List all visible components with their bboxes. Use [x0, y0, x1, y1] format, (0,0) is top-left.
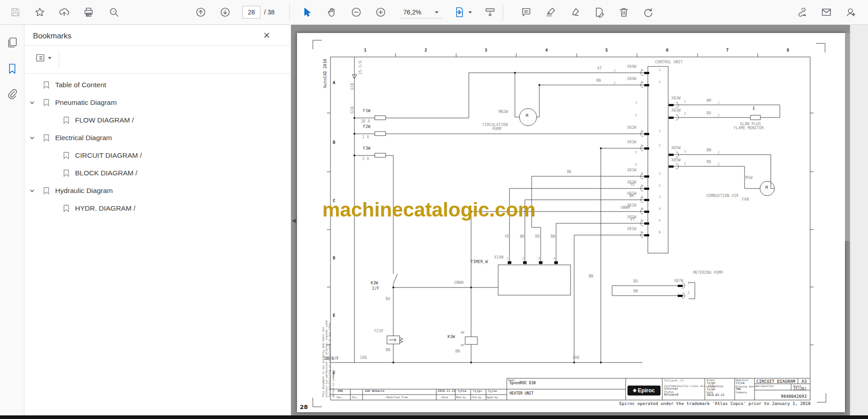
- comment-icon[interactable]: [520, 6, 533, 19]
- diagram-label: 2: [635, 163, 637, 166]
- page-number-label: 28: [300, 404, 308, 410]
- star-icon[interactable]: [33, 6, 46, 19]
- add-person-icon[interactable]: [844, 6, 857, 19]
- top-toolbar: / 38 76,2%: [0, 0, 868, 25]
- diagram-label: 2: [659, 184, 660, 188]
- diagram-label: YE: [630, 183, 635, 187]
- select-tool-icon[interactable]: [301, 6, 314, 19]
- bookmark-item-pneumatic-diagram[interactable]: Pneumatic Diagram: [24, 94, 291, 111]
- diagram-label: 6: [666, 48, 669, 52]
- footer-trademark: Epiroc operated under the trademark 'Atl…: [609, 401, 811, 406]
- bookmark-label: FLOW DIAGRAM /: [75, 116, 134, 124]
- bookmark-item-circuit-diagram[interactable]: CIRCUIT DIAGRAM /: [24, 146, 291, 164]
- bookmark-item-flow-diagram[interactable]: FLOW DIAGRAM /: [24, 111, 291, 129]
- diagram-label: Designation: [756, 385, 774, 387]
- zoom-level-dropdown[interactable]: 76,2%: [401, 6, 442, 19]
- page-number-input[interactable]: [242, 6, 260, 19]
- diagram-label: X01W: [627, 168, 636, 172]
- highlight-icon[interactable]: [544, 6, 557, 19]
- diagram-label: 9840042693: [781, 394, 807, 399]
- diagram-label: 1: [635, 151, 637, 154]
- diagram-label: X01W: [627, 227, 636, 231]
- bookmark-icon: [63, 205, 69, 212]
- bookmark-item-block-diagram[interactable]: BLOCK DIAGRAM /: [24, 164, 291, 182]
- document-viewport[interactable]: 12345678ABCDEFAutoCAD 2010G1BG1B15-1/AF1…: [292, 25, 868, 415]
- email-icon[interactable]: [820, 6, 833, 19]
- search-icon[interactable]: [108, 6, 120, 19]
- diagram-label: /: [613, 69, 616, 73]
- diagram-label: BU: [633, 279, 638, 283]
- share-cloud-icon[interactable]: [58, 6, 71, 19]
- diagram-label: BN: [589, 274, 593, 278]
- divider: [59, 51, 59, 69]
- panel-title: Bookmarks: [33, 32, 71, 41]
- hand-tool-icon[interactable]: [326, 6, 338, 19]
- diagram-label: 5: [659, 219, 660, 222]
- diagram-label: M: [765, 186, 768, 190]
- print-icon[interactable]: [82, 6, 95, 19]
- chevron-down-icon[interactable]: [29, 135, 35, 141]
- diagram-label: 5: [605, 48, 608, 52]
- diagram-label: 2 A: [362, 157, 369, 161]
- bookmark-item-hydr-diagram[interactable]: HYDR. DIAGRAM /: [24, 199, 291, 217]
- diagram-label: 3: [659, 196, 660, 199]
- bookmarks-icon[interactable]: [6, 63, 18, 75]
- attachments-icon[interactable]: [6, 88, 18, 100]
- diagram-label: BN: [707, 148, 711, 152]
- diagram-label: 2: [684, 162, 686, 165]
- diagram-label: BN: [551, 235, 555, 239]
- diagram-label: X03W: [671, 96, 680, 100]
- link-share-icon[interactable]: [796, 6, 808, 19]
- diagram-label: 1: [641, 172, 642, 175]
- divider: [24, 45, 291, 46]
- sign-icon[interactable]: [569, 6, 581, 19]
- epiroc-logo: Epiroc: [627, 386, 660, 395]
- bookmark-item-table-of-content[interactable]: Table of Content: [24, 76, 291, 94]
- vertical-scrollbar[interactable]: [845, 33, 850, 241]
- delete-icon[interactable]: [618, 6, 630, 19]
- diagram-label: X02W: [627, 140, 636, 144]
- diagram-label: lyjsa: [488, 390, 497, 393]
- diagram-label: BN: [455, 349, 460, 353]
- diagram-label: Tillverk. fr.: [664, 379, 685, 382]
- zoom-in-icon[interactable]: [374, 6, 387, 19]
- diagram-label: Chd.by: [472, 396, 481, 399]
- page-thumbnails-icon[interactable]: [6, 37, 18, 48]
- save-icon[interactable]: [9, 6, 22, 19]
- diagram-label: 5: [641, 219, 642, 222]
- diagram-label: Rev.: [337, 396, 343, 399]
- diagram-label: CONTROL UNIT: [655, 60, 683, 64]
- page-down-icon[interactable]: [219, 6, 231, 19]
- edit-page-icon[interactable]: [593, 6, 606, 19]
- redo-icon[interactable]: [642, 6, 655, 19]
- diagram-label: F2W: [363, 125, 370, 129]
- collapse-panel-icon[interactable]: ◀: [292, 215, 298, 226]
- diagram-label: HEATER UNIT: [509, 392, 533, 395]
- bookmark-options-button[interactable]: [35, 53, 56, 66]
- bookmarks-tree: Table of ContentPneumatic DiagramFLOW DI…: [24, 76, 291, 217]
- bookmark-item-electrical-diagram[interactable]: Electrical Diagram: [24, 129, 291, 146]
- fit-page-icon[interactable]: [453, 6, 466, 19]
- diagram-label: A3: [802, 379, 807, 384]
- property-disclaimer: This document is our property and shall …: [321, 317, 335, 397]
- autocad-note: AutoCAD 2010: [323, 59, 327, 88]
- diagram-label: /: [717, 151, 720, 155]
- diagram-label: CIRCUIT DIAGRAM: [756, 379, 795, 384]
- diagram-label: 2: [641, 184, 642, 188]
- diagram-label: /: [717, 114, 720, 118]
- diagram-label: FLAME MONITOR: [734, 126, 764, 130]
- bookmark-item-hydraulic-diagram[interactable]: Hydraulic Diagram: [24, 182, 291, 199]
- diagram-label: Modified from: [387, 396, 408, 399]
- close-icon[interactable]: ✕: [263, 30, 270, 41]
- chevron-down-icon[interactable]: [29, 99, 35, 106]
- page-up-icon[interactable]: [194, 6, 207, 19]
- chevron-down-icon[interactable]: [29, 188, 35, 194]
- diagram-label: /: [717, 163, 720, 167]
- zoom-out-icon[interactable]: [350, 6, 363, 19]
- diagram-label: F3W: [363, 146, 370, 151]
- diagram-label: 2: [641, 144, 642, 147]
- diagram-label: 8: [787, 48, 789, 52]
- scrolling-mode-icon[interactable]: [484, 6, 496, 19]
- bookmark-icon: [43, 187, 49, 194]
- chevron-down-icon[interactable]: [468, 11, 472, 14]
